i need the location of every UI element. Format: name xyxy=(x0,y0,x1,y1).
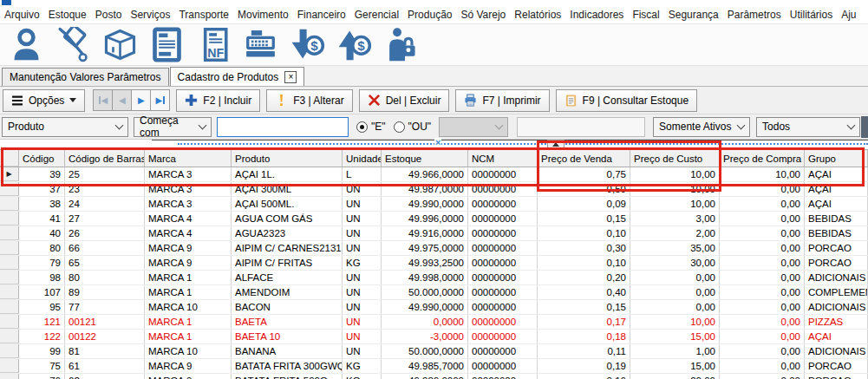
options-button[interactable]: Opções xyxy=(3,89,85,112)
field-select[interactable]: Produto xyxy=(2,117,128,137)
cell-grupo: AÇAI xyxy=(805,330,868,343)
xmark-icon xyxy=(368,94,381,107)
table-row[interactable]: 7965MARCA 9AIPIM C/ FRITASKG49.993,25000… xyxy=(0,256,868,271)
menu-item-servicos[interactable]: Serviços xyxy=(126,9,174,21)
cell-marca: MARCA 9 xyxy=(145,374,232,379)
cell-produto: BAETA xyxy=(232,315,343,329)
money-in-icon[interactable]: $ xyxy=(288,26,326,64)
menu-item-producao[interactable]: Produção xyxy=(403,9,456,21)
cell-ncm: 00000000 xyxy=(468,167,538,181)
cell-codigo-de-barras: 89 xyxy=(65,285,145,299)
menu-item-estoque[interactable]: Estoque xyxy=(44,9,91,21)
menu-item-gerencial[interactable]: Gerencial xyxy=(350,9,403,21)
money-out-icon[interactable]: $ xyxy=(335,26,373,64)
nav-next-button[interactable]: ▶ xyxy=(131,89,151,111)
column-header-grupo[interactable]: Grupo xyxy=(805,150,868,167)
table-row[interactable]: 10789MARCA 1AMENDOIMUN50.000,00000000000… xyxy=(0,285,868,300)
nav-last-button[interactable]: ▶ xyxy=(150,89,170,111)
column-header-codigo[interactable]: Código xyxy=(19,150,65,167)
column-header-preco-de-venda[interactable]: Preço de Venda xyxy=(538,150,630,167)
cell-preco-de-custo: 15,00 xyxy=(630,359,720,373)
operator-select[interactable]: Começa com xyxy=(134,117,212,137)
table-row[interactable]: 7561MARCA 9BATATA FRITA 300GWQEKG49.985,… xyxy=(0,359,868,374)
cell-preco-de-compra: 0,00 xyxy=(720,330,805,343)
menu-item-utilitarios[interactable]: Utilitários xyxy=(786,9,837,21)
f2-incluir-button[interactable]: F2 | Incluir xyxy=(176,89,260,112)
f3-alterar-button[interactable]: F3 | Alterar xyxy=(266,89,352,112)
menu-item-fiscal[interactable]: Fiscal xyxy=(628,9,663,21)
user-icon[interactable] xyxy=(7,26,45,64)
menu-item-posto[interactable]: Posto xyxy=(91,9,127,21)
cell-preco-de-venda: 0,15 xyxy=(538,300,630,314)
cash-register-icon[interactable] xyxy=(241,26,279,64)
user-lock-icon[interactable] xyxy=(382,26,420,64)
cell-preco-de-compra: 10,00 xyxy=(720,167,805,181)
table-row[interactable]: 4127MARCA 4AGUA COM GÁSUN49.996,00000000… xyxy=(0,212,868,226)
cell-grupo: PORCAO xyxy=(805,374,868,379)
menu-item-arquivo[interactable]: Arquivo xyxy=(0,9,44,21)
f9-consultar-estoque-button[interactable]: F9 | Consultar Estoque xyxy=(556,89,698,112)
table-row[interactable]: 3723MARCA 3AÇAI 300MLUN49.987,0000000000… xyxy=(0,182,868,197)
cell-codigo: 40 xyxy=(19,226,65,240)
table-row[interactable]: 7662MARCA 9BATATA FRITA 500GKG49.986,000… xyxy=(0,374,868,379)
column-header-codigo-de-barras[interactable]: Código de Barras xyxy=(65,150,145,167)
del-excluir-button[interactable]: Del | Excluir xyxy=(359,89,450,112)
column-header-marca[interactable]: Marca xyxy=(145,150,232,167)
scroll-up-button[interactable] xyxy=(547,140,565,149)
nf-invoice-icon[interactable]: NF xyxy=(194,26,232,64)
table-row[interactable]: ▶3925MARCA 3AÇAI 1L.L49.966,000000000000… xyxy=(0,167,868,182)
column-header-unidade[interactable]: Unidade xyxy=(343,150,382,167)
row-indicator xyxy=(0,330,19,343)
svg-text:$: $ xyxy=(310,38,318,53)
cell-codigo: 39 xyxy=(19,167,65,181)
table-row[interactable]: 12100121MARCA 1BAETAUN0,0000000000000,17… xyxy=(0,315,868,330)
menu-item-movimento[interactable]: Movimento xyxy=(233,9,293,21)
tab-cadastro-de-produtos[interactable]: Cadastro de Produtos × xyxy=(170,67,305,86)
column-header-estoque[interactable]: Estoque xyxy=(382,150,468,167)
search-input[interactable] xyxy=(217,117,349,137)
scope-filter-select[interactable]: Todos xyxy=(756,117,860,137)
table-row[interactable]: 9981MARCA 10BANANAUN50.000,0000000000000… xyxy=(0,344,868,359)
radio-ou[interactable] xyxy=(394,121,405,133)
menu-item-transporte[interactable]: Transporte xyxy=(174,9,233,21)
radio-e[interactable] xyxy=(356,121,368,133)
nav-prev-button[interactable]: ◀ xyxy=(112,89,132,111)
menu-item-aju[interactable]: Aju xyxy=(837,9,860,21)
nav-first-button[interactable]: ◀ xyxy=(93,89,113,111)
table-row[interactable]: 3824MARCA 3AÇAI 500ML.UN49.990,000000000… xyxy=(0,197,868,212)
close-tab-icon[interactable]: × xyxy=(284,71,297,83)
menu-item-parametros[interactable]: Parâmetros xyxy=(723,9,786,21)
menu-item-so-varejo[interactable]: Só Varejo xyxy=(456,9,510,21)
row-indicator xyxy=(0,344,19,358)
package-icon[interactable] xyxy=(101,26,139,64)
table-row[interactable]: 12200122MARCA 1BAETA 10UN-3,000000000000… xyxy=(0,330,868,344)
invoice-icon[interactable] xyxy=(147,26,186,64)
column-header-preco-de-custo[interactable]: Preço de Custo xyxy=(630,150,720,167)
active-filter-select[interactable]: Somente Ativos xyxy=(653,117,750,137)
f7-imprimir-button[interactable]: F7 | Imprimir xyxy=(455,89,549,112)
menu-item-indicadores[interactable]: Indicadores xyxy=(565,9,628,21)
cell-grupo: AÇAI xyxy=(805,167,868,181)
tab-manutencao-valores-parametros[interactable]: Manutenção Valores Parâmetros xyxy=(2,68,169,86)
cell-unidade: UN xyxy=(343,212,382,225)
cell-marca: MARCA 10 xyxy=(145,300,232,314)
cell-ncm: 00000000 xyxy=(468,344,538,358)
cell-preco-de-compra: 0,00 xyxy=(720,315,805,329)
table-row[interactable]: 4026MARCA 4AGUA2323UN49.916,000000000000… xyxy=(0,226,868,241)
row-indicator xyxy=(0,256,19,270)
column-header-preco-de-compra[interactable]: Preço de Compra xyxy=(720,150,805,167)
cell-unidade: UN xyxy=(343,182,382,196)
menu-item-seguranca[interactable]: Segurança xyxy=(664,9,723,21)
table-row[interactable]: 9577MARCA 10BACONUN49.990,0000000000000,… xyxy=(0,300,868,315)
table-row[interactable]: 8066MARCA 9AIPIM C/ CARNES2131UN49.975,0… xyxy=(0,241,868,256)
menu-item-financeiro[interactable]: Financeiro xyxy=(293,9,350,21)
cell-codigo: 38 xyxy=(19,197,65,211)
cell-unidade: KG xyxy=(343,359,382,373)
handtruck-icon[interactable] xyxy=(54,26,92,64)
column-header-ncm[interactable]: NCM xyxy=(468,150,538,167)
menu-item-relatorios[interactable]: Relatórios xyxy=(510,9,565,21)
chevron-down-icon xyxy=(495,121,504,130)
cell-preco-de-venda: 0,11 xyxy=(538,344,630,358)
column-header-produto[interactable]: Produto xyxy=(232,150,343,167)
table-row[interactable]: 9880MARCA 1ALFACEUN49.998,0000000000000,… xyxy=(0,271,868,285)
